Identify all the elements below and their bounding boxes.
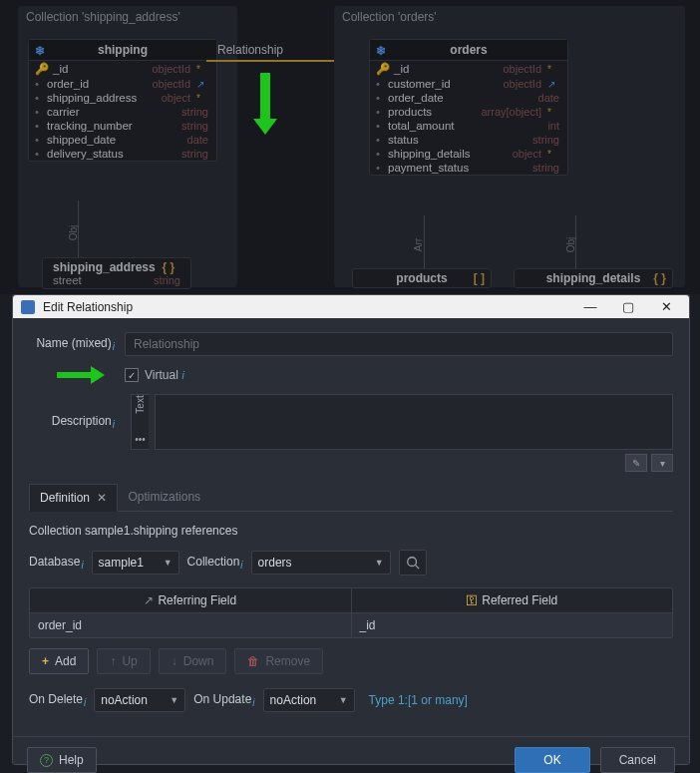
virtual-label: Virtual [145, 368, 178, 382]
arrow-down-icon: ↓ [172, 654, 177, 668]
trash-icon: 🗑 [247, 654, 259, 668]
tab-definition[interactable]: Definition ✕ [29, 484, 118, 512]
tab-bar: Definition ✕ Optimizations [29, 484, 673, 512]
form-area: Name (mixed)i ✓ Virtual i Descriptioni T… [13, 318, 689, 484]
name-label: Name (mixed)i [29, 336, 125, 352]
references-text: Collection sample1.shipping references [29, 524, 673, 538]
info-icon[interactable]: i [179, 370, 184, 381]
info-icon[interactable]: i [240, 560, 242, 571]
on-update-label: On Updatei [193, 692, 254, 708]
app-icon [21, 300, 35, 314]
collection-select[interactable]: orders▼ [251, 551, 391, 575]
help-icon: ? [40, 754, 53, 767]
remove-button[interactable]: 🗑Remove [234, 648, 323, 674]
key-icon: 🔑 [376, 62, 388, 76]
ok-button[interactable]: OK [515, 747, 589, 773]
chevron-down-icon: ▼ [339, 695, 348, 705]
search-button[interactable] [399, 550, 427, 576]
name-input[interactable] [125, 332, 673, 356]
green-arrow-right-icon [57, 368, 103, 382]
minimize-icon[interactable]: — [575, 299, 605, 314]
add-button[interactable]: +Add [29, 648, 89, 674]
chevron-down-icon: ▼ [164, 558, 173, 568]
collection-panel-orders: Collection 'orders' ❄ orders 🔑_idobjectI… [334, 6, 685, 287]
info-icon[interactable]: i [113, 419, 115, 430]
collection-label: Collectioni [187, 555, 243, 571]
arrow-up-icon: ↑ [110, 654, 116, 668]
description-side-tab[interactable]: Text ••• [131, 394, 149, 450]
search-icon [406, 556, 420, 570]
maximize-icon[interactable]: ▢ [613, 299, 643, 314]
name-row: Name (mixed)i [29, 332, 673, 356]
diagram-canvas: Collection 'shipping_address' ❄ shipping… [0, 0, 700, 294]
svg-point-0 [407, 558, 416, 567]
close-icon[interactable]: ✕ [97, 491, 107, 505]
description-textarea[interactable] [155, 394, 673, 450]
arrow-icon: ↗ [144, 593, 154, 607]
collection-title: Collection 'orders' [334, 6, 685, 28]
description-row: Descriptioni Text ••• [29, 394, 673, 450]
connector-label-arr: Arr [413, 238, 424, 251]
virtual-row: ✓ Virtual i [29, 366, 673, 384]
entity-header: ❄ orders [370, 40, 567, 61]
down-button[interactable]: ↓Down [159, 648, 227, 674]
cardinality-text: Type 1:[1 or many] [369, 693, 468, 707]
description-label: Descriptioni [29, 394, 125, 450]
key-icon: 🔑 [35, 62, 47, 76]
on-delete-update-row: On Deletei noAction▼ On Updatei noAction… [29, 688, 673, 712]
table-row[interactable]: order_id _id [30, 613, 672, 637]
referred-field-header: ⚿Referred Field [352, 588, 673, 612]
fields-table: ↗Referring Field ⚿Referred Field order_i… [29, 587, 673, 638]
collection-title: Collection 'shipping_address' [18, 6, 237, 28]
dialog-title: Edit Relationship [43, 300, 133, 314]
key-icon: ⚿ [466, 593, 478, 607]
referring-field-cell[interactable]: order_id [30, 613, 352, 637]
entity-shipping[interactable]: ❄ shipping 🔑_idobjectId* •order_idobject… [28, 39, 217, 162]
table-header-row: ↗Referring Field ⚿Referred Field [30, 588, 672, 613]
tab-optimizations[interactable]: Optimizations [118, 484, 210, 511]
sub-entity-products[interactable]: products [ ] [352, 268, 492, 288]
table-buttons-row: +Add ↑Up ↓Down 🗑Remove [29, 648, 673, 674]
info-icon[interactable]: i [252, 697, 254, 708]
svg-line-1 [415, 566, 419, 570]
sub-entity-shipping-address[interactable]: shipping_address { } streetstring [42, 257, 191, 289]
on-delete-label: On Deletei [29, 692, 86, 708]
db-collection-row: Databasei sample1▼ Collectioni orders▼ [29, 550, 673, 576]
plus-icon: + [42, 654, 49, 668]
collection-panel-shipping-address: Collection 'shipping_address' ❄ shipping… [18, 6, 237, 287]
tab-content: Collection sample1.shipping references D… [13, 512, 689, 736]
virtual-checkbox[interactable]: ✓ [125, 368, 139, 382]
snowflake-icon: ❄ [35, 44, 45, 58]
relationship-label: Relationship [217, 43, 283, 57]
chevron-down-icon: ▼ [375, 558, 384, 568]
close-icon[interactable]: ✕ [651, 299, 681, 314]
info-icon[interactable]: i [81, 560, 83, 571]
on-delete-select[interactable]: noAction▼ [94, 688, 185, 712]
database-select[interactable]: sample1▼ [92, 551, 179, 575]
dialog-titlebar[interactable]: Edit Relationship — ▢ ✕ [13, 295, 689, 318]
on-update-select[interactable]: noAction▼ [263, 688, 355, 712]
sub-entity-shipping-details[interactable]: shipping_details { } [514, 268, 673, 288]
database-label: Databasei [29, 555, 84, 571]
description-action-icon[interactable]: ✎ [625, 454, 647, 472]
snowflake-icon: ❄ [376, 44, 386, 58]
help-button[interactable]: ?Help [27, 747, 97, 773]
connector-label-obj: Obj [68, 225, 79, 241]
entity-header: ❄ shipping [29, 40, 216, 61]
description-dropdown-icon[interactable]: ▾ [651, 454, 673, 472]
dialog-footer: ?Help OK Cancel [13, 736, 689, 773]
referring-field-header: ↗Referring Field [30, 588, 352, 612]
info-icon[interactable]: i [113, 341, 115, 352]
up-button[interactable]: ↑Up [97, 648, 150, 674]
referred-field-cell[interactable]: _id [352, 613, 673, 637]
edit-relationship-dialog: Edit Relationship — ▢ ✕ Name (mixed)i ✓ … [12, 294, 690, 765]
info-icon[interactable]: i [84, 697, 86, 708]
entity-orders[interactable]: ❄ orders 🔑_idobjectId* •customer_idobjec… [369, 39, 568, 176]
chevron-down-icon: ▼ [170, 695, 178, 705]
cancel-button[interactable]: Cancel [600, 747, 675, 773]
connector-label-obj: Obj [565, 237, 576, 253]
